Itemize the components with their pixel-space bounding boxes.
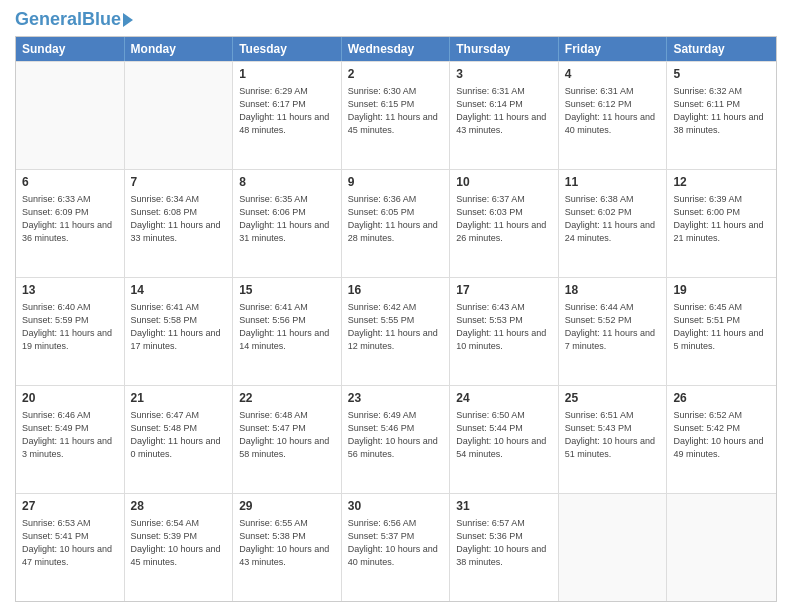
calendar-cell-day-28: 28Sunrise: 6:54 AMSunset: 5:39 PMDayligh… — [125, 494, 234, 601]
calendar: SundayMondayTuesdayWednesdayThursdayFrid… — [15, 36, 777, 602]
calendar-header: SundayMondayTuesdayWednesdayThursdayFrid… — [16, 37, 776, 61]
calendar-cell-day-22: 22Sunrise: 6:48 AMSunset: 5:47 PMDayligh… — [233, 386, 342, 493]
day-number: 6 — [22, 174, 118, 191]
calendar-cell-day-31: 31Sunrise: 6:57 AMSunset: 5:36 PMDayligh… — [450, 494, 559, 601]
calendar-cell-empty — [667, 494, 776, 601]
calendar-cell-day-4: 4Sunrise: 6:31 AMSunset: 6:12 PMDaylight… — [559, 62, 668, 169]
day-detail: Sunrise: 6:41 AMSunset: 5:56 PMDaylight:… — [239, 301, 335, 353]
day-number: 24 — [456, 390, 552, 407]
calendar-cell-empty — [559, 494, 668, 601]
day-detail: Sunrise: 6:54 AMSunset: 5:39 PMDaylight:… — [131, 517, 227, 569]
calendar-cell-day-16: 16Sunrise: 6:42 AMSunset: 5:55 PMDayligh… — [342, 278, 451, 385]
day-detail: Sunrise: 6:42 AMSunset: 5:55 PMDaylight:… — [348, 301, 444, 353]
day-detail: Sunrise: 6:32 AMSunset: 6:11 PMDaylight:… — [673, 85, 770, 137]
day-detail: Sunrise: 6:34 AMSunset: 6:08 PMDaylight:… — [131, 193, 227, 245]
calendar-cell-day-20: 20Sunrise: 6:46 AMSunset: 5:49 PMDayligh… — [16, 386, 125, 493]
calendar-cell-day-2: 2Sunrise: 6:30 AMSunset: 6:15 PMDaylight… — [342, 62, 451, 169]
day-detail: Sunrise: 6:31 AMSunset: 6:14 PMDaylight:… — [456, 85, 552, 137]
day-detail: Sunrise: 6:40 AMSunset: 5:59 PMDaylight:… — [22, 301, 118, 353]
day-number: 22 — [239, 390, 335, 407]
day-number: 20 — [22, 390, 118, 407]
calendar-header-cell-friday: Friday — [559, 37, 668, 61]
day-number: 10 — [456, 174, 552, 191]
day-detail: Sunrise: 6:37 AMSunset: 6:03 PMDaylight:… — [456, 193, 552, 245]
day-number: 27 — [22, 498, 118, 515]
day-detail: Sunrise: 6:46 AMSunset: 5:49 PMDaylight:… — [22, 409, 118, 461]
day-detail: Sunrise: 6:41 AMSunset: 5:58 PMDaylight:… — [131, 301, 227, 353]
calendar-cell-day-29: 29Sunrise: 6:55 AMSunset: 5:38 PMDayligh… — [233, 494, 342, 601]
day-detail: Sunrise: 6:52 AMSunset: 5:42 PMDaylight:… — [673, 409, 770, 461]
calendar-cell-day-23: 23Sunrise: 6:49 AMSunset: 5:46 PMDayligh… — [342, 386, 451, 493]
day-number: 14 — [131, 282, 227, 299]
calendar-cell-day-26: 26Sunrise: 6:52 AMSunset: 5:42 PMDayligh… — [667, 386, 776, 493]
calendar-body: 1Sunrise: 6:29 AMSunset: 6:17 PMDaylight… — [16, 61, 776, 601]
page: GeneralBlue SundayMondayTuesdayWednesday… — [0, 0, 792, 612]
day-detail: Sunrise: 6:50 AMSunset: 5:44 PMDaylight:… — [456, 409, 552, 461]
header: GeneralBlue — [15, 10, 777, 28]
day-detail: Sunrise: 6:33 AMSunset: 6:09 PMDaylight:… — [22, 193, 118, 245]
calendar-cell-day-7: 7Sunrise: 6:34 AMSunset: 6:08 PMDaylight… — [125, 170, 234, 277]
calendar-cell-day-11: 11Sunrise: 6:38 AMSunset: 6:02 PMDayligh… — [559, 170, 668, 277]
day-detail: Sunrise: 6:38 AMSunset: 6:02 PMDaylight:… — [565, 193, 661, 245]
logo-text: GeneralBlue — [15, 10, 133, 28]
calendar-header-cell-wednesday: Wednesday — [342, 37, 451, 61]
day-number: 31 — [456, 498, 552, 515]
day-number: 11 — [565, 174, 661, 191]
logo-arrow-icon — [123, 13, 133, 27]
calendar-cell-day-17: 17Sunrise: 6:43 AMSunset: 5:53 PMDayligh… — [450, 278, 559, 385]
calendar-cell-day-30: 30Sunrise: 6:56 AMSunset: 5:37 PMDayligh… — [342, 494, 451, 601]
calendar-cell-day-27: 27Sunrise: 6:53 AMSunset: 5:41 PMDayligh… — [16, 494, 125, 601]
calendar-cell-day-6: 6Sunrise: 6:33 AMSunset: 6:09 PMDaylight… — [16, 170, 125, 277]
calendar-cell-day-19: 19Sunrise: 6:45 AMSunset: 5:51 PMDayligh… — [667, 278, 776, 385]
day-detail: Sunrise: 6:43 AMSunset: 5:53 PMDaylight:… — [456, 301, 552, 353]
calendar-cell-empty — [125, 62, 234, 169]
day-number: 16 — [348, 282, 444, 299]
day-number: 19 — [673, 282, 770, 299]
day-detail: Sunrise: 6:57 AMSunset: 5:36 PMDaylight:… — [456, 517, 552, 569]
day-detail: Sunrise: 6:44 AMSunset: 5:52 PMDaylight:… — [565, 301, 661, 353]
calendar-cell-empty — [16, 62, 125, 169]
day-number: 26 — [673, 390, 770, 407]
calendar-week-2: 6Sunrise: 6:33 AMSunset: 6:09 PMDaylight… — [16, 169, 776, 277]
day-number: 18 — [565, 282, 661, 299]
calendar-cell-day-18: 18Sunrise: 6:44 AMSunset: 5:52 PMDayligh… — [559, 278, 668, 385]
day-number: 7 — [131, 174, 227, 191]
calendar-cell-day-21: 21Sunrise: 6:47 AMSunset: 5:48 PMDayligh… — [125, 386, 234, 493]
logo-blue: Blue — [82, 9, 121, 29]
day-detail: Sunrise: 6:49 AMSunset: 5:46 PMDaylight:… — [348, 409, 444, 461]
day-number: 23 — [348, 390, 444, 407]
calendar-header-cell-tuesday: Tuesday — [233, 37, 342, 61]
calendar-cell-day-13: 13Sunrise: 6:40 AMSunset: 5:59 PMDayligh… — [16, 278, 125, 385]
day-number: 29 — [239, 498, 335, 515]
calendar-cell-day-9: 9Sunrise: 6:36 AMSunset: 6:05 PMDaylight… — [342, 170, 451, 277]
day-detail: Sunrise: 6:31 AMSunset: 6:12 PMDaylight:… — [565, 85, 661, 137]
day-detail: Sunrise: 6:56 AMSunset: 5:37 PMDaylight:… — [348, 517, 444, 569]
day-detail: Sunrise: 6:48 AMSunset: 5:47 PMDaylight:… — [239, 409, 335, 461]
day-detail: Sunrise: 6:35 AMSunset: 6:06 PMDaylight:… — [239, 193, 335, 245]
calendar-cell-day-15: 15Sunrise: 6:41 AMSunset: 5:56 PMDayligh… — [233, 278, 342, 385]
calendar-cell-day-8: 8Sunrise: 6:35 AMSunset: 6:06 PMDaylight… — [233, 170, 342, 277]
logo: GeneralBlue — [15, 10, 133, 28]
calendar-header-cell-sunday: Sunday — [16, 37, 125, 61]
calendar-header-cell-saturday: Saturday — [667, 37, 776, 61]
day-detail: Sunrise: 6:47 AMSunset: 5:48 PMDaylight:… — [131, 409, 227, 461]
day-number: 21 — [131, 390, 227, 407]
day-detail: Sunrise: 6:36 AMSunset: 6:05 PMDaylight:… — [348, 193, 444, 245]
calendar-week-5: 27Sunrise: 6:53 AMSunset: 5:41 PMDayligh… — [16, 493, 776, 601]
day-detail: Sunrise: 6:45 AMSunset: 5:51 PMDaylight:… — [673, 301, 770, 353]
day-number: 17 — [456, 282, 552, 299]
calendar-cell-day-14: 14Sunrise: 6:41 AMSunset: 5:58 PMDayligh… — [125, 278, 234, 385]
day-number: 13 — [22, 282, 118, 299]
calendar-cell-day-12: 12Sunrise: 6:39 AMSunset: 6:00 PMDayligh… — [667, 170, 776, 277]
calendar-cell-day-25: 25Sunrise: 6:51 AMSunset: 5:43 PMDayligh… — [559, 386, 668, 493]
calendar-header-cell-monday: Monday — [125, 37, 234, 61]
day-number: 15 — [239, 282, 335, 299]
day-number: 9 — [348, 174, 444, 191]
day-number: 25 — [565, 390, 661, 407]
calendar-header-cell-thursday: Thursday — [450, 37, 559, 61]
day-detail: Sunrise: 6:39 AMSunset: 6:00 PMDaylight:… — [673, 193, 770, 245]
day-detail: Sunrise: 6:55 AMSunset: 5:38 PMDaylight:… — [239, 517, 335, 569]
day-detail: Sunrise: 6:29 AMSunset: 6:17 PMDaylight:… — [239, 85, 335, 137]
calendar-cell-day-1: 1Sunrise: 6:29 AMSunset: 6:17 PMDaylight… — [233, 62, 342, 169]
day-number: 8 — [239, 174, 335, 191]
